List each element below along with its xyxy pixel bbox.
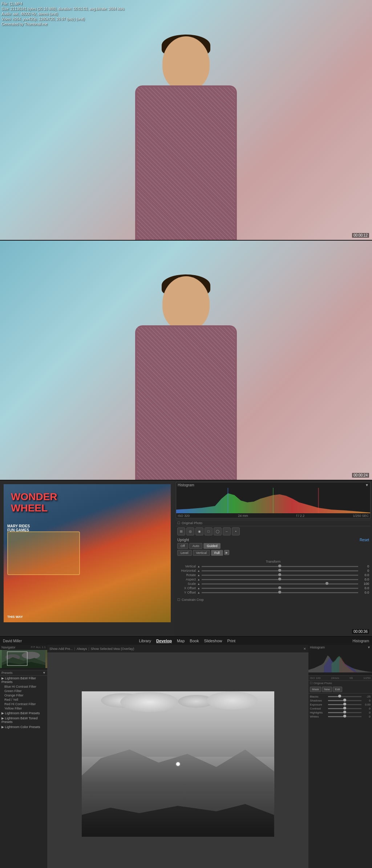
wonder-wheel-image: WONDERWHEEL MARY RIDES FUN GAMES THIS WA… (4, 484, 171, 622)
transform-aspect-value: 0.0 (358, 578, 369, 581)
right-shutter: 1/250 (363, 676, 371, 680)
lr-right-toolbar: Mask New Edit (308, 686, 372, 694)
navigator-title: Navigator FIT ALL 1:1 (0, 645, 47, 650)
redeye-tool[interactable]: ◉ (195, 527, 203, 535)
upright-buttons-row2: Level Vertical Full ▶ (177, 550, 369, 556)
sliders-container: Blacks-25Shadows0Exposure0.00Contrast0Hi… (310, 695, 371, 718)
slider-val-0: -25 (361, 695, 371, 698)
preset-group-1[interactable]: ▶ Lightroom B&W Filter Presets (0, 676, 47, 684)
transform-horizontal-slider[interactable] (202, 570, 358, 571)
crop-tool[interactable]: ⊞ (177, 527, 185, 535)
preset-green[interactable]: Green Filter (0, 689, 47, 693)
slider-row-shadows: Shadows0 (310, 699, 371, 702)
upright-level[interactable]: Level (177, 550, 192, 556)
menu-map[interactable]: Map (177, 639, 185, 643)
right-orig-checkbox[interactable]: ☐ (310, 682, 312, 685)
transform-rotate-slider[interactable] (202, 575, 358, 576)
transform-scale-slider[interactable] (202, 583, 358, 584)
lr-top-section: WONDERWHEEL MARY RIDES FUN GAMES THIS WA… (0, 480, 372, 636)
person-shirt-1 (137, 87, 235, 240)
transform-aspect-row: Aspect ▲ 0.0 (177, 578, 369, 581)
range-tool[interactable]: • (232, 527, 240, 535)
clown-area (7, 531, 80, 575)
new-btn[interactable]: New (322, 687, 332, 692)
person-head-2 (162, 276, 210, 331)
preset-group-2[interactable]: ▶ Lightroom B&W Presets (0, 711, 47, 716)
slider-val-1: 0 (361, 699, 371, 702)
vertical-arrow: ▲ (197, 565, 200, 568)
menu-develop[interactable]: Develop (156, 639, 172, 643)
person-shirt-2 (137, 327, 235, 480)
rad-filter[interactable]: ◯ (214, 527, 222, 535)
slider-track-3[interactable] (328, 708, 361, 709)
right-hist-menu[interactable]: ▼ (367, 646, 371, 649)
person-figure-2 (124, 269, 248, 480)
transform-aspect-slider[interactable] (202, 579, 358, 580)
upright-arrow[interactable]: ▶ (224, 550, 229, 555)
presets-title: Presets ▼ (0, 670, 47, 676)
upright-reset[interactable]: Reset (360, 538, 369, 542)
upright-guided[interactable]: Guided (203, 543, 221, 549)
transform-horizontal-label: Horizontal (177, 569, 197, 572)
upright-auto[interactable]: Auto (189, 543, 203, 549)
constrain-crop-checkbox[interactable]: ☐ (177, 598, 180, 602)
right-aperture: f/8 (349, 676, 353, 680)
original-photo-checkbox[interactable]: ☐ (177, 521, 180, 525)
slider-track-2[interactable] (328, 704, 361, 705)
menu-slideshow[interactable]: Slideshow (204, 639, 222, 643)
preset-redyell[interactable]: Red / Yell (0, 698, 47, 702)
preset-yellow[interactable]: Yellow Filter (0, 706, 47, 711)
video-frame-1: File: (1).MP4 Size: 21136341 bytes (20.1… (0, 0, 372, 240)
transform-yoffset-slider[interactable] (202, 592, 358, 593)
lr-menu-bar: David Miller Library Develop Map Book Sl… (0, 637, 372, 645)
preset-bwcontrast[interactable]: Blue Hi Contrast Filter (0, 684, 47, 689)
presets-arrow: ▼ (43, 671, 46, 675)
histogram-menu-icon[interactable]: ▼ (365, 483, 369, 487)
transform-xoffset-value: 0.0 (358, 586, 369, 590)
lr-top-right-panel: Histogram ▼ (174, 481, 372, 636)
slider-track-1[interactable] (328, 700, 361, 701)
mask-btn[interactable]: Mask (310, 687, 321, 692)
video-info-1: Size: 21136341 bytes (20.16 MiB), durati… (1, 7, 124, 12)
transform-yoffset-row: Y Offset ▲ 0.0 (177, 591, 369, 594)
heal-tool[interactable]: ◎ (186, 527, 194, 535)
slider-row-blacks: Blacks-25 (310, 695, 371, 698)
transform-horizontal-row: Horizontal ▲ 0 (177, 569, 369, 572)
toolbar-sep-2: | (88, 647, 89, 651)
grad-filter[interactable]: □ (205, 527, 213, 535)
slider-track-5[interactable] (328, 716, 361, 717)
preset-group-4[interactable]: ▶ Lightroom Color Presets (0, 724, 47, 730)
upright-off[interactable]: Off (177, 543, 188, 549)
slider-val-4: 0 (361, 711, 371, 714)
right-histogram-header: Histogram ▼ (308, 645, 372, 650)
upright-full[interactable]: Full (211, 550, 223, 556)
brush-tool[interactable]: – (223, 527, 231, 535)
slider-track-4[interactable] (328, 712, 361, 713)
video-timestamp-2: 00:00:24 (352, 473, 369, 478)
transform-xoffset-label: X Offset (177, 586, 197, 590)
add-preset-label[interactable]: Show Add Pre... (49, 647, 73, 651)
preset-group-3[interactable]: ▶ Lightroom B&W Toned Presets (0, 716, 47, 724)
video-frame-2: 00:00:24 (0, 240, 372, 480)
lr-center-toolbar: Show Add Pre... | Always | Show Selected… (47, 645, 308, 653)
transform-vertical-slider[interactable] (202, 566, 358, 567)
preset-orange[interactable]: Orange Filter (0, 693, 47, 698)
lr-bottom-section: David Miller Library Develop Map Book Sl… (0, 636, 372, 868)
histogram-graph-top (176, 488, 370, 513)
lr-menu-nav: Library Develop Map Book Slideshow Print (139, 639, 235, 643)
menu-library[interactable]: Library (139, 639, 151, 643)
slider-label-2: Exposure (310, 703, 328, 706)
menu-print[interactable]: Print (227, 639, 236, 643)
preset-redhc[interactable]: Red Hi Contrast Filter (0, 702, 47, 706)
meta-info-top: ISO 320 24 mm f / 2.2 1/250 SEC (176, 513, 370, 518)
slider-track-0[interactable] (328, 696, 361, 697)
menu-book[interactable]: Book (190, 639, 199, 643)
close-overlay-btn[interactable]: ✕ (303, 647, 306, 651)
slider-val-2: 0.00 (361, 703, 371, 706)
upright-title: Upright Reset (177, 538, 369, 542)
upright-vertical[interactable]: Vertical (193, 550, 210, 556)
edit-btn[interactable]: Edit (333, 687, 342, 692)
sign-bottom: THIS WAY (7, 615, 23, 619)
right-orig-label: Original Photo (314, 682, 332, 685)
transform-xoffset-slider[interactable] (202, 588, 358, 589)
